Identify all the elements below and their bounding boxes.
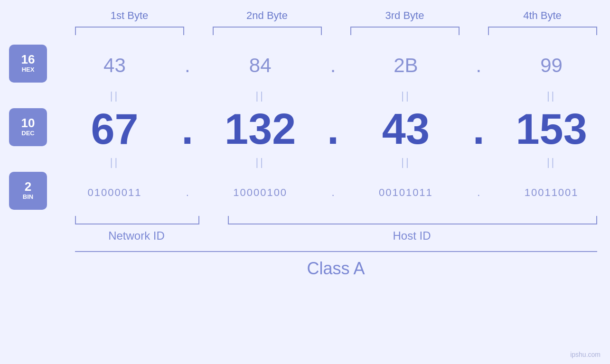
bin-base-name: BIN [23, 193, 33, 201]
hex-dot2: . [319, 54, 347, 77]
main-container: 1st Byte 2nd Byte 3rd Byte 4th Byte 16 H… [0, 0, 610, 364]
class-label: Class A [307, 259, 365, 278]
hex-values-row: 43 . 84 . 2B . 99 [56, 47, 610, 84]
hex-b1: 43 [56, 54, 173, 77]
bottom-brackets-row: Network ID Host ID [13, 216, 597, 243]
hex-b2: 84 [202, 54, 319, 77]
class-label-container: Class A [75, 259, 597, 279]
dec-dot3: . [464, 108, 493, 150]
bracket-b4 [488, 27, 597, 35]
dec-b3: 43 [347, 108, 465, 150]
hex-b3: 2B [347, 54, 465, 77]
byte3-label: 3rd Byte [350, 9, 460, 22]
hex-row-group: 16 HEX 43 . 84 . 2B . 99 [0, 45, 610, 86]
top-brackets [75, 27, 597, 35]
bin-dot3: . [464, 187, 493, 199]
bottom-spacer [13, 216, 75, 243]
class-section-row: Class A [13, 251, 597, 279]
network-bracket [75, 216, 199, 224]
hex-base-name: HEX [22, 65, 35, 74]
dec-b4: 153 [493, 108, 610, 150]
dec-row-group: 10 DEC 67 . 132 . 43 . 153 [0, 105, 610, 153]
eq1-b1: || [56, 90, 173, 102]
network-id-label: Network ID [75, 229, 198, 243]
equals-row-2: || || || || [56, 153, 610, 172]
bin-base-number: 2 [25, 180, 31, 193]
bin-badge-cell: 2 BIN [0, 172, 56, 214]
dec-dot1: . [173, 108, 202, 150]
eq1-b4: || [493, 90, 610, 102]
byte4-label: 4th Byte [488, 9, 597, 22]
watermark: ipshu.com [570, 351, 601, 358]
dec-dot2: . [319, 108, 347, 150]
bin-row-group: 2 BIN 01000011 . 10000100 . 00101011 . 1… [0, 172, 610, 214]
bin-b4: 10011001 [493, 187, 610, 199]
bin-b3: 00101011 [347, 187, 465, 199]
bin-values-row: 01000011 . 10000100 . 00101011 . 1001100… [56, 174, 610, 212]
equals-row-1: || || || || [56, 86, 610, 105]
eq2-b1: || [56, 156, 173, 168]
bracket-b3 [350, 27, 460, 35]
eq-row-1: || || || || [0, 86, 610, 105]
eq1-b3: || [347, 90, 465, 102]
byte2-label: 2nd Byte [213, 9, 322, 22]
host-id-label: Host ID [227, 229, 597, 243]
class-spacer [13, 251, 75, 279]
eq1-b2: || [202, 90, 319, 102]
dec-values-row: 67 . 132 . 43 . 153 [56, 105, 610, 153]
hex-b4: 99 [493, 54, 610, 77]
hex-badge: 16 HEX [9, 45, 47, 83]
eq2-b4: || [493, 156, 610, 168]
bin-dot2: . [319, 187, 347, 199]
dec-base-number: 10 [21, 117, 35, 129]
hex-dot1: . [173, 54, 202, 77]
id-labels-row: Network ID Host ID [75, 229, 597, 243]
dec-badge: 10 DEC [9, 108, 47, 146]
bracket-b2 [213, 27, 322, 35]
dec-b1: 67 [56, 108, 173, 150]
hex-badge-cell: 16 HEX [0, 45, 56, 86]
host-bracket [228, 216, 597, 224]
dec-badge-cell: 10 DEC [0, 108, 56, 150]
bracket-b1 [75, 27, 184, 35]
eq-row-2: || || || || [0, 153, 610, 172]
hex-dot3: . [464, 54, 493, 77]
bin-b1: 01000011 [56, 187, 173, 199]
bin-badge: 2 BIN [9, 172, 47, 210]
eq2-b3: || [347, 156, 465, 168]
header-row: 1st Byte 2nd Byte 3rd Byte 4th Byte [75, 9, 597, 22]
label-dot-gap [198, 229, 227, 243]
bin-b2: 10000100 [202, 187, 319, 199]
class-line [75, 251, 597, 252]
eq2-b2: || [202, 156, 319, 168]
hex-base-number: 16 [21, 53, 35, 65]
dec-b2: 132 [202, 108, 319, 150]
bin-dot1: . [173, 187, 202, 199]
byte1-label: 1st Byte [75, 9, 184, 22]
dec-base-name: DEC [21, 129, 34, 138]
bottom-bracket-row [75, 216, 597, 224]
class-content: Class A [75, 251, 597, 279]
bottom-label-area: Network ID Host ID [75, 216, 597, 243]
